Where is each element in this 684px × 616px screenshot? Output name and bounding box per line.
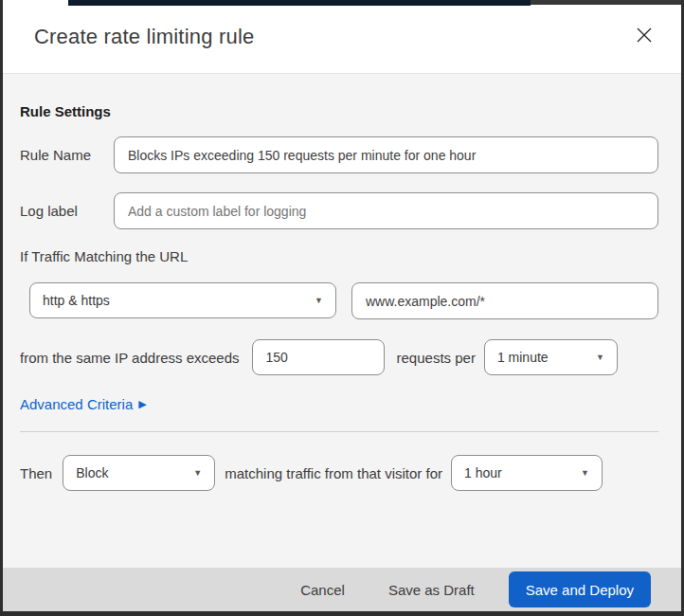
dialog-footer: Cancel Save as Draft Save and Deploy (3, 568, 681, 611)
rule-name-row: Rule Name (20, 136, 658, 173)
duration-select[interactable]: 1 hour ▼ (451, 455, 603, 491)
dialog-header: Create rate limiting rule (3, 0, 681, 74)
save-as-draft-button[interactable]: Save as Draft (379, 576, 484, 604)
action-select[interactable]: Block ▼ (63, 455, 215, 491)
url-pattern-input[interactable] (351, 282, 658, 319)
log-label-label: Log label (20, 203, 114, 219)
section-divider (20, 431, 658, 432)
close-button[interactable] (632, 23, 657, 50)
arrow-right-icon: ▶ (138, 398, 146, 410)
threshold-prefix-text: from the same IP address exceeds (20, 350, 240, 366)
save-and-deploy-button[interactable]: Save and Deploy (509, 571, 651, 607)
dialog-body: Rule Settings Rule Name Log label If Tra… (3, 74, 681, 568)
chevron-down-icon: ▼ (315, 297, 323, 305)
chevron-down-icon: ▼ (596, 353, 604, 362)
scheme-select[interactable]: http & https ▼ (29, 282, 336, 318)
close-icon (636, 27, 653, 46)
action-row: Then Block ▼ matching traffic from that … (20, 455, 658, 491)
request-count-input[interactable] (252, 339, 385, 375)
advanced-criteria-link[interactable]: Advanced Criteria ▶ (20, 396, 147, 412)
url-match-row: http & https ▼ (29, 282, 658, 319)
chevron-down-icon: ▼ (193, 469, 202, 478)
dialog-title: Create rate limiting rule (34, 25, 254, 49)
top-edge-navy-strip (68, 0, 531, 6)
traffic-match-heading: If Traffic Matching the URL (20, 247, 658, 266)
threshold-row: from the same IP address exceeds request… (20, 339, 658, 375)
create-rate-limiting-rule-dialog: Create rate limiting rule Rule Settings … (0, 0, 684, 616)
action-select-value: Block (76, 465, 108, 480)
cancel-button[interactable]: Cancel (291, 576, 354, 604)
period-select-value: 1 minute (497, 350, 549, 365)
scheme-select-value: http & https (43, 293, 110, 308)
rule-name-label: Rule Name (20, 147, 114, 163)
duration-select-value: 1 hour (464, 465, 502, 480)
requests-per-text: requests per (397, 350, 476, 366)
top-edge-gray-strip (531, 0, 681, 5)
log-label-input[interactable] (114, 192, 658, 229)
rule-settings-heading: Rule Settings (20, 102, 658, 121)
advanced-criteria-label: Advanced Criteria (20, 396, 133, 412)
period-select[interactable]: 1 minute ▼ (484, 339, 618, 375)
chevron-down-icon: ▼ (581, 469, 589, 478)
rule-name-input[interactable] (114, 136, 658, 173)
log-label-row: Log label (20, 192, 658, 229)
action-middle-text: matching traffic from that visitor for (225, 465, 442, 481)
then-label: Then (20, 465, 52, 481)
